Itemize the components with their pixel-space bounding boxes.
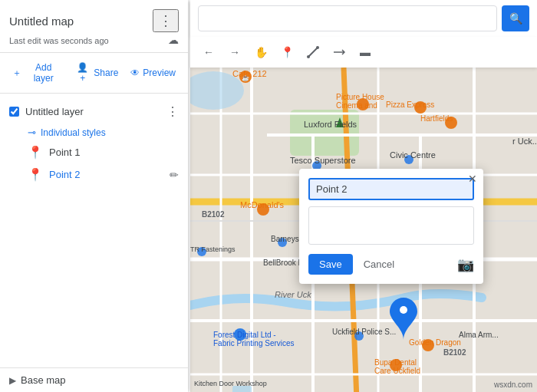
pin-tool-button[interactable]: 📍 [275,40,299,64]
point-1-item[interactable]: 📍 Point 1 [0,141,188,163]
draw-line-button[interactable] [301,40,325,64]
svg-text:Luxford Fields: Luxford Fields [304,120,357,129]
add-layer-label: Add layer [25,62,62,84]
svg-point-1 [316,46,319,49]
measure-button[interactable] [327,40,351,64]
search-input[interactable] [198,5,497,31]
share-label: Share [94,68,118,78]
svg-point-0 [307,55,310,58]
base-map-label: Base map [21,374,66,386]
point-description-input[interactable] [308,206,474,245]
point-edit-icon: ✏ [170,169,179,181]
layer-options-button[interactable]: ⋮ [166,104,179,119]
map-subtitle: Last edit was seconds ago [9,36,109,45]
ruler-button[interactable]: ▬ [353,40,377,64]
hand-tool-button[interactable]: ✋ [249,40,273,64]
search-icon: 🔍 [509,12,522,25]
watermark: wsxdn.com [494,380,532,389]
cancel-button[interactable]: Cancel [356,254,402,275]
svg-text:Golden Dragon: Golden Dragon [409,338,461,347]
share-icon: 👤+ [74,62,91,84]
svg-point-53 [400,306,407,314]
map-title: Untitled map [9,15,74,28]
svg-text:B2102: B2102 [202,210,225,219]
preview-label: Preview [143,68,176,78]
untitled-layer-section: Untitled layer ⋮ ⊸ Individual styles 📍 P… [0,97,188,189]
svg-text:Picture House: Picture House [336,93,384,101]
svg-text:Alma Arm...: Alma Arm... [459,331,499,339]
edit-point-dialog: ✕ Save Cancel 📷 [299,169,483,284]
sidebar: Untitled map ⋮ Last edit was seconds ago… [0,0,188,392]
style-icon: ⊸ [28,127,36,138]
undo-button[interactable]: ← [196,40,221,64]
point-2-item[interactable]: 📍 Point 2 ✏ [0,163,188,186]
svg-text:Pizza Express: Pizza Express [386,100,434,109]
redo-button[interactable]: → [222,40,247,64]
point-pin-icon-2: 📍 [28,167,43,182]
style-label: Individual styles [41,127,106,138]
dialog-buttons: Save Cancel [308,254,402,275]
svg-text:Uckfield Police S...: Uckfield Police S... [332,328,396,336]
camera-button[interactable]: 📷 [457,256,474,273]
point-title-input[interactable] [308,178,474,200]
layer-style-row[interactable]: ⊸ Individual styles [0,124,188,141]
dialog-actions: Save Cancel 📷 [308,254,474,275]
svg-text:Care Uckfield: Care Uckfield [374,367,420,375]
svg-text:TR Fastenings: TR Fastenings [190,245,236,253]
layer-name: Untitled layer [25,106,166,117]
add-layer-button[interactable]: ＋ Add layer [6,59,68,87]
point-2-name: Point 2 [49,169,170,180]
top-toolbar: 🔍 [190,0,537,37]
svg-text:Hartfields: Hartfields [420,114,453,123]
cloud-icon: ☁ [168,34,179,46]
svg-text:Kitchen Door Workshop: Kitchen Door Workshop [194,380,267,387]
svg-text:r Uck...: r Uck... [512,137,537,146]
svg-text:Cafe 212: Cafe 212 [232,69,267,78]
chevron-right-icon: ▶ [9,375,16,386]
base-map-section: ▶ Base map [0,367,188,392]
svg-text:Tesco Superstore: Tesco Superstore [290,156,356,165]
point-1-name: Point 1 [49,147,179,158]
search-button[interactable]: 🔍 [502,5,529,31]
svg-text:B2102: B2102 [443,348,466,357]
sidebar-header: Untitled map ⋮ Last edit was seconds ago… [0,0,188,53]
svg-text:Forest Digital Ltd -: Forest Digital Ltd - [213,331,276,339]
svg-text:Bupa Dental: Bupa Dental [374,358,417,367]
point-pin-icon-1: 📍 [28,145,43,160]
save-button[interactable]: Save [308,254,353,275]
layer-header[interactable]: Untitled layer ⋮ [0,100,188,124]
svg-text:Cinema and: Cinema and [336,101,377,110]
map-tools-bar: ← → ✋ 📍 ▬ [190,37,537,68]
share-button[interactable]: 👤+ Share [68,59,124,87]
svg-text:Civic Centre: Civic Centre [390,150,436,160]
map-options-button[interactable]: ⋮ [153,9,179,32]
preview-button[interactable]: 👁 Preview [124,64,182,81]
base-map-header[interactable]: ▶ Base map [9,374,179,386]
add-icon: ＋ [12,67,21,80]
layers-panel: Untitled layer ⋮ ⊸ Individual styles 📍 P… [0,94,188,367]
eye-icon: 👁 [130,68,140,78]
svg-text:McDonald's: McDonald's [240,200,285,209]
dialog-close-button[interactable]: ✕ [468,173,477,184]
svg-text:Fabric Printing Services: Fabric Printing Services [213,339,295,348]
svg-text:River Uck: River Uck [275,290,311,299]
camera-icon: 📷 [457,257,474,272]
sidebar-actions: ＋ Add layer 👤+ Share 👁 Preview [0,53,188,94]
layer-checkbox[interactable] [9,107,19,117]
